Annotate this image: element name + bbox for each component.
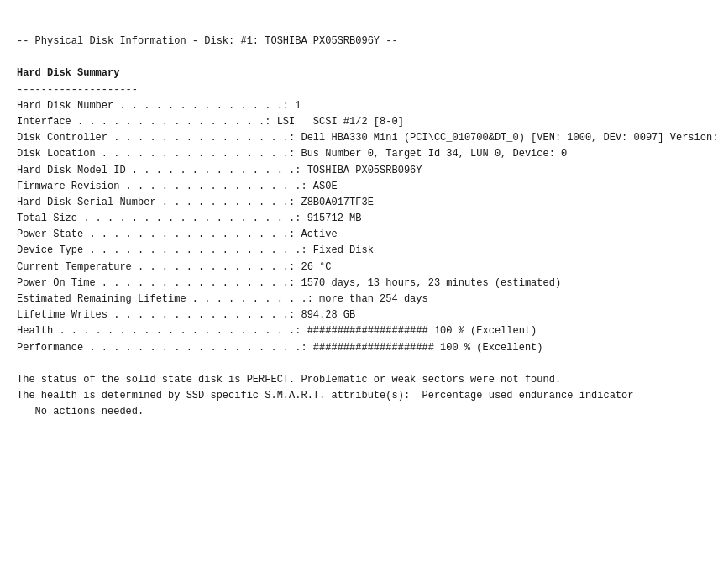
main-content: -- Physical Disk Information - Disk: #1:… <box>0 0 718 438</box>
disk-field: Power State . . . . . . . . . . . . . . … <box>17 227 701 243</box>
disk-field: Disk Controller . . . . . . . . . . . . … <box>17 130 701 146</box>
disk-field: Interface . . . . . . . . . . . . . . . … <box>17 114 701 130</box>
status-section: The status of the solid state disk is PE… <box>17 356 701 421</box>
disk-field: Firmware Revision . . . . . . . . . . . … <box>17 179 701 195</box>
disk-field: Hard Disk Serial Number . . . . . . . . … <box>17 195 701 211</box>
disk-field: Device Type . . . . . . . . . . . . . . … <box>17 243 701 259</box>
blank-line-1 <box>17 50 701 66</box>
disk-field: Current Temperature . . . . . . . . . . … <box>17 260 701 276</box>
disk-field: Hard Disk Number . . . . . . . . . . . .… <box>17 98 701 114</box>
disk-field: Estimated Remaining Lifetime . . . . . .… <box>17 291 701 307</box>
status-line <box>17 356 701 372</box>
separator: -------------------- <box>17 82 701 98</box>
disk-field: Power On Time . . . . . . . . . . . . . … <box>17 276 701 291</box>
status-line: No actions needed. <box>17 404 701 420</box>
disk-field: Hard Disk Model ID . . . . . . . . . . .… <box>17 163 701 179</box>
disk-field: Lifetime Writes . . . . . . . . . . . . … <box>17 307 701 323</box>
disk-field: Total Size . . . . . . . . . . . . . . .… <box>17 211 701 227</box>
status-line: The status of the solid state disk is PE… <box>17 372 701 388</box>
summary-title: Hard Disk Summary <box>17 66 701 81</box>
disk-field: Disk Location . . . . . . . . . . . . . … <box>17 146 701 162</box>
status-line: The health is determined by SSD specific… <box>17 388 701 404</box>
disk-field: Health . . . . . . . . . . . . . . . . .… <box>17 323 701 339</box>
fields-list: Hard Disk Number . . . . . . . . . . . .… <box>17 98 701 356</box>
disk-field: Performance . . . . . . . . . . . . . . … <box>17 340 701 356</box>
disk-header: -- Physical Disk Information - Disk: #1:… <box>17 34 701 50</box>
